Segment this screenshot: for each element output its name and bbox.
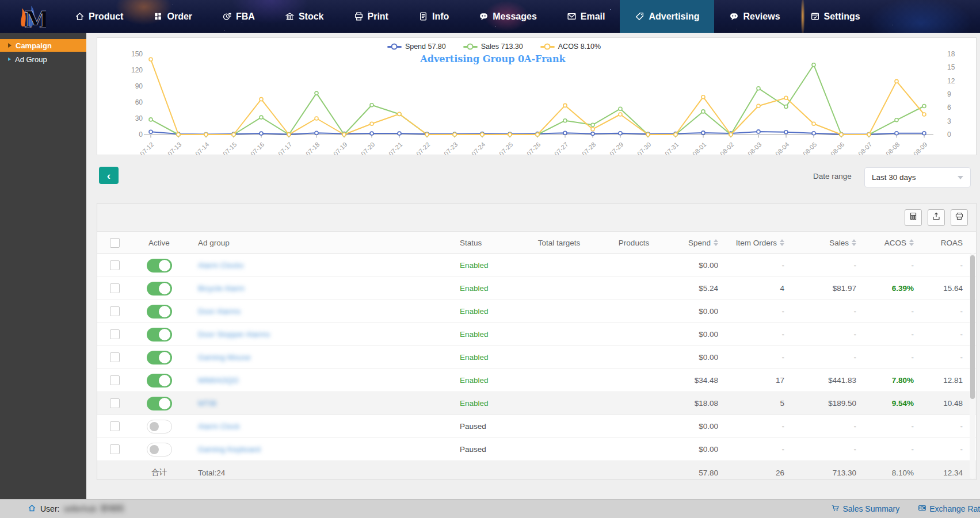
row-checkbox[interactable] [110, 260, 120, 270]
export-icon [932, 212, 941, 223]
products-cell [601, 392, 667, 415]
nav-item-email[interactable]: Email [552, 0, 620, 33]
triangle-bullet-icon [8, 57, 11, 61]
nav-item-label: Info [432, 11, 449, 22]
user-info: User: sellerhub 营销组 [28, 504, 124, 514]
ad-group-link[interactable]: MIMIAOQO [198, 376, 239, 385]
legend-label: Spend 57.80 [405, 43, 446, 51]
nav-item-advertising[interactable]: Advertising [620, 0, 714, 33]
row-checkbox[interactable] [110, 306, 120, 316]
footer-link-sales-summary[interactable]: Sales Summary [831, 504, 899, 514]
select-all-checkbox[interactable] [97, 232, 132, 254]
nav-item-print[interactable]: Print [339, 0, 403, 33]
active-toggle[interactable] [147, 328, 172, 342]
ad-group-link[interactable]: Door Alarms [198, 307, 241, 316]
svg-text:08-06: 08-06 [829, 141, 845, 155]
ad-group-link[interactable]: Bicycle Alarm [198, 284, 245, 293]
spend-cell: $0.00 [667, 323, 733, 346]
chart-card: Spend 57.80Sales 713.30ACOS 8.10% Advert… [97, 37, 977, 155]
active-toggle[interactable] [147, 351, 172, 364]
sort-icon[interactable] [714, 239, 718, 246]
home-icon [28, 504, 36, 514]
row-checkbox[interactable] [110, 352, 120, 362]
svg-text:08-07: 08-07 [857, 141, 873, 155]
export-button[interactable] [928, 209, 945, 226]
ad-group-link[interactable]: Gaming Keyboard [198, 445, 261, 454]
printer-button[interactable] [951, 209, 968, 226]
checkbox-icon[interactable] [110, 238, 120, 248]
row-checkbox[interactable] [110, 329, 120, 339]
active-toggle[interactable] [147, 374, 172, 387]
nav-item-info[interactable]: Info [403, 0, 464, 33]
active-toggle[interactable] [147, 420, 172, 433]
active-toggle[interactable] [147, 443, 172, 456]
svg-text:90: 90 [135, 82, 143, 90]
ad-group-link[interactable]: Alarm Clocks [198, 261, 244, 270]
info-icon [418, 11, 428, 21]
sales-cell: - [799, 346, 871, 369]
column-header-sales[interactable]: Sales [799, 232, 871, 254]
column-header-item-orders[interactable]: Item Orders [733, 232, 799, 254]
ad-group-link[interactable]: Gaming Mouse [198, 353, 251, 362]
spend-cell: $34.48 [667, 369, 733, 392]
products-cell [601, 277, 667, 300]
svg-text:120: 120 [131, 66, 143, 74]
column-label: ROAS [941, 239, 963, 247]
ad-group-link[interactable]: MTIB [198, 399, 216, 408]
sort-icon[interactable] [852, 239, 856, 246]
active-toggle[interactable] [147, 397, 172, 410]
svg-text:08-02: 08-02 [719, 141, 735, 155]
status-bar-links: Sales SummaryExchange Rate [831, 504, 980, 514]
status-text: Paused [460, 422, 486, 431]
active-toggle[interactable] [147, 305, 172, 319]
svg-text:18: 18 [947, 50, 955, 58]
sort-icon[interactable] [909, 239, 914, 246]
legend-item-sales[interactable]: Sales 713.30 [463, 43, 523, 51]
sort-icon[interactable] [780, 239, 784, 246]
spend-cell: $0.00 [667, 254, 733, 277]
nav-item-label: Advertising [649, 11, 699, 22]
nav-item-label: Product [89, 11, 123, 22]
back-button[interactable]: ‹ [99, 167, 119, 184]
nav-item-reviews[interactable]: Reviews [714, 0, 795, 33]
table-row: MTIBEnabled$18.085$189.509.54%10.48 [97, 392, 977, 415]
item-orders-cell: - [733, 346, 799, 369]
footer-link-label: Sales Summary [842, 504, 899, 513]
nav-item-label: Order [167, 11, 192, 22]
row-checkbox[interactable] [110, 375, 120, 385]
nav-item-settings[interactable]: Settings [795, 0, 875, 33]
ad-group-link[interactable]: Door Stopper Alarms [198, 330, 270, 339]
active-toggle[interactable] [147, 282, 172, 296]
sidebar-item-campaign[interactable]: Campaign [0, 39, 86, 52]
item-orders-cell: - [733, 438, 799, 461]
active-toggle[interactable] [147, 259, 172, 273]
chart-title: Advertising Group 0A-Frank [97, 53, 889, 64]
sidebar-item-ad-group[interactable]: Ad Group [0, 53, 86, 66]
table-row: MIMIAOQOEnabled$34.4817$441.837.80%12.81 [97, 369, 977, 392]
ad-group-link[interactable]: Alarm Clock [198, 422, 240, 431]
column-header-spend[interactable]: Spend [667, 232, 733, 254]
table-row: Gaming KeyboardPaused$0.00---- [97, 438, 977, 461]
column-header-acos[interactable]: ACOS [871, 232, 929, 254]
columns-button[interactable] [905, 209, 922, 226]
nav-item-fba[interactable]: FBA [207, 0, 270, 33]
row-checkbox[interactable] [110, 421, 120, 431]
products-cell [601, 438, 667, 461]
column-label: Total targets [538, 239, 581, 247]
date-range-select[interactable]: Last 30 days [864, 167, 971, 187]
table-row: Door AlarmsEnabled$0.00---- [97, 300, 977, 323]
scrollbar-thumb[interactable] [970, 255, 975, 399]
legend-marker-icon [463, 46, 478, 48]
brand-logo[interactable]: M [0, 0, 60, 33]
row-checkbox[interactable] [110, 398, 120, 408]
footer-link-exchange-rate[interactable]: Exchange Rate [918, 504, 980, 514]
legend-item-spend[interactable]: Spend 57.80 [387, 43, 446, 51]
nav-item-messages[interactable]: Messages [464, 0, 552, 33]
messages-icon [479, 11, 489, 21]
row-checkbox[interactable] [110, 283, 120, 293]
nav-item-stock[interactable]: Stock [270, 0, 339, 33]
row-checkbox[interactable] [110, 444, 120, 454]
legend-item-acos[interactable]: ACOS 8.10% [540, 43, 601, 51]
nav-item-product[interactable]: Product [60, 0, 138, 33]
status-text: Enabled [460, 353, 489, 362]
